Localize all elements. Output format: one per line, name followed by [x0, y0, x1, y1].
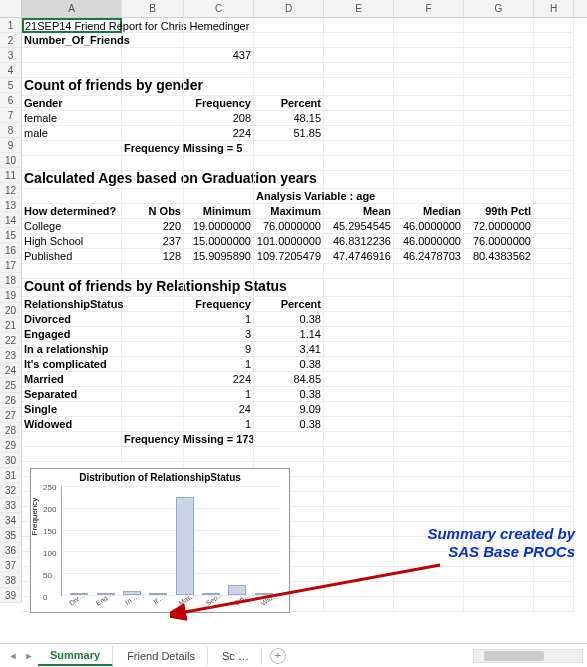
cell[interactable]: [324, 582, 394, 596]
row-header-15[interactable]: 15: [0, 228, 22, 243]
row-header-11[interactable]: 11: [0, 168, 22, 183]
cell[interactable]: [324, 141, 394, 155]
col-header-e[interactable]: E: [324, 0, 394, 17]
cell[interactable]: Percent: [254, 96, 324, 110]
cell[interactable]: [464, 492, 534, 506]
cell[interactable]: [184, 264, 254, 278]
cell[interactable]: Engaged: [22, 327, 122, 341]
cell[interactable]: [394, 96, 464, 110]
cell[interactable]: [122, 387, 184, 401]
tab-sc[interactable]: Sc …: [210, 647, 262, 665]
cell[interactable]: [394, 342, 464, 356]
cell[interactable]: [534, 171, 574, 188]
select-all-corner[interactable]: [0, 0, 22, 17]
cell[interactable]: [254, 171, 324, 188]
cell[interactable]: 72.0000000: [464, 219, 534, 233]
cell[interactable]: 101.0000000: [254, 234, 324, 248]
cell[interactable]: [534, 126, 574, 140]
cell[interactable]: [464, 342, 534, 356]
row-header-25[interactable]: 25: [0, 378, 22, 393]
cell[interactable]: [534, 48, 574, 62]
cell[interactable]: [254, 48, 324, 62]
cell[interactable]: [184, 156, 254, 170]
cell[interactable]: [184, 63, 254, 77]
cell[interactable]: 46.0000000: [394, 219, 464, 233]
cell[interactable]: 9.09: [254, 402, 324, 416]
cell[interactable]: [534, 582, 574, 596]
cell[interactable]: [394, 567, 464, 581]
cell[interactable]: [324, 342, 394, 356]
cell[interactable]: 237: [122, 234, 184, 248]
add-sheet-button[interactable]: +: [270, 648, 286, 664]
cell[interactable]: male: [22, 126, 122, 140]
cell[interactable]: [394, 18, 464, 32]
cell[interactable]: [534, 402, 574, 416]
cell[interactable]: [254, 156, 324, 170]
cell[interactable]: 46.8312236: [324, 234, 394, 248]
col-header-c[interactable]: C: [184, 0, 254, 17]
cell[interactable]: [22, 48, 122, 62]
cell[interactable]: Frequency Missing = 5: [122, 141, 184, 155]
cell[interactable]: [464, 126, 534, 140]
cell[interactable]: [324, 507, 394, 521]
tab-prev-icon[interactable]: ◄: [6, 649, 20, 663]
cell[interactable]: [464, 63, 534, 77]
cell[interactable]: [324, 48, 394, 62]
cell[interactable]: [22, 63, 122, 77]
cell[interactable]: [22, 156, 122, 170]
cell[interactable]: [184, 447, 254, 461]
cell[interactable]: [394, 477, 464, 491]
row-header-9[interactable]: 9: [0, 138, 22, 153]
cell[interactable]: [394, 264, 464, 278]
cell[interactable]: [324, 462, 394, 476]
cell[interactable]: [464, 111, 534, 125]
tab-next-icon[interactable]: ►: [22, 649, 36, 663]
cell[interactable]: [534, 297, 574, 311]
cell[interactable]: Gender: [22, 96, 122, 110]
row-header-32[interactable]: 32: [0, 483, 22, 498]
cell[interactable]: [394, 141, 464, 155]
cell[interactable]: 109.7205479: [254, 249, 324, 263]
cell[interactable]: [534, 342, 574, 356]
cell[interactable]: [534, 111, 574, 125]
cell[interactable]: [324, 312, 394, 326]
cell[interactable]: [534, 357, 574, 371]
cell[interactable]: 437: [184, 48, 254, 62]
cell[interactable]: [534, 327, 574, 341]
cell[interactable]: [534, 141, 574, 155]
cell[interactable]: [394, 597, 464, 611]
cell[interactable]: 99th Pctl: [464, 204, 534, 218]
cell[interactable]: [394, 402, 464, 416]
cell[interactable]: [254, 18, 324, 32]
cell[interactable]: [534, 189, 574, 203]
col-header-d[interactable]: D: [254, 0, 324, 17]
cell[interactable]: 46.0000000: [394, 234, 464, 248]
cell[interactable]: 1: [184, 312, 254, 326]
cell[interactable]: [534, 96, 574, 110]
cell[interactable]: [534, 156, 574, 170]
tab-friend-details[interactable]: Friend Details: [115, 647, 208, 665]
cell[interactable]: [394, 78, 464, 95]
row-header-31[interactable]: 31: [0, 468, 22, 483]
cell[interactable]: Percent: [254, 297, 324, 311]
cell[interactable]: 128: [122, 249, 184, 263]
cell[interactable]: Frequency: [184, 96, 254, 110]
row-header-34[interactable]: 34: [0, 513, 22, 528]
cell[interactable]: 0.38: [254, 387, 324, 401]
cell[interactable]: [534, 249, 574, 263]
cell[interactable]: [394, 582, 464, 596]
cell[interactable]: [22, 432, 122, 446]
cell[interactable]: female: [22, 111, 122, 125]
cell[interactable]: [534, 18, 574, 32]
cell[interactable]: [324, 18, 394, 32]
cell[interactable]: Median: [394, 204, 464, 218]
cell[interactable]: [394, 312, 464, 326]
row-header-5[interactable]: 5: [0, 78, 22, 93]
cell[interactable]: [184, 33, 254, 47]
cell[interactable]: [464, 447, 534, 461]
cell[interactable]: In a relationship: [22, 342, 122, 356]
cell[interactable]: [324, 264, 394, 278]
cell[interactable]: Mean: [324, 204, 394, 218]
cell[interactable]: [324, 357, 394, 371]
cell[interactable]: 46.2478703: [394, 249, 464, 263]
